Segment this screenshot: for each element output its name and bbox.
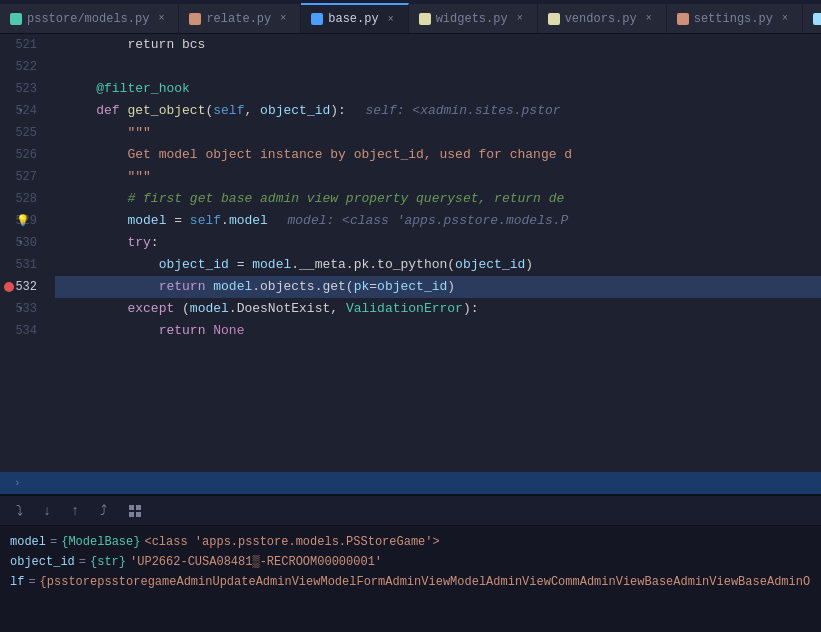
token: object_id — [260, 100, 330, 122]
gutter-line-530: ▾530 — [0, 232, 45, 254]
token: get_object — [127, 100, 205, 122]
tab-close-psstore-models[interactable]: × — [154, 12, 168, 26]
line-num-527: 527 — [15, 166, 37, 188]
token: , — [244, 100, 260, 122]
token: model: <class 'apps.psstore.models.P — [288, 210, 569, 232]
tab-relate[interactable]: relate.py× — [179, 3, 301, 33]
token: """ — [127, 122, 150, 144]
line-num-526: 526 — [15, 144, 37, 166]
lightbulb-icon-529[interactable]: 💡 — [16, 210, 30, 232]
gutter-line-531: 531 — [0, 254, 45, 276]
token — [65, 122, 127, 144]
token — [65, 166, 127, 188]
code-line-534: return None — [55, 320, 821, 342]
grid-view-button[interactable] — [124, 500, 146, 522]
token: model — [213, 276, 252, 298]
bottom-toolbar: ⤵ ↓ ↑ ⤴ — [0, 496, 821, 526]
token: . — [221, 210, 229, 232]
tab-vendors[interactable]: vendors.py× — [538, 3, 667, 33]
token — [65, 254, 159, 276]
token: = — [369, 276, 377, 298]
token: ValidationError — [346, 298, 463, 320]
token — [65, 100, 96, 122]
code-area: return bcs @filter_hook def get_object(s… — [55, 34, 821, 472]
tab-close-settings[interactable]: × — [778, 12, 792, 26]
editor-container: 521522523▾524525526527528💡529▾530531532▾… — [0, 34, 821, 632]
psstore-models-icon — [10, 13, 22, 25]
line-num-525: 525 — [15, 122, 37, 144]
fold-arrow-524[interactable]: ▾ — [18, 100, 23, 122]
token: try — [127, 232, 150, 254]
gutter-line-527: 527 — [0, 166, 45, 188]
step-over-button[interactable]: ↓ — [36, 500, 58, 522]
token: .DoesNotExist, — [229, 298, 346, 320]
gutter-line-524: ▾524 — [0, 100, 45, 122]
tab-close-widgets[interactable]: × — [513, 12, 527, 26]
tab-label-widgets: widgets.py — [436, 12, 508, 26]
code-line-528: # first get base admin view property que… — [55, 188, 821, 210]
base-icon — [311, 13, 323, 25]
gutter-line-528: 528 — [0, 188, 45, 210]
tab-base[interactable]: base.py× — [301, 3, 408, 33]
breakpoint-indicator-532[interactable] — [4, 282, 14, 292]
line-num-528: 528 — [15, 188, 37, 210]
token: None — [213, 320, 244, 342]
breadcrumb-separator: › — [14, 477, 21, 489]
token: # first get base admin view property que… — [127, 188, 564, 210]
token — [65, 78, 96, 100]
tab-bar: psstore/models.py×relate.py×base.py×widg… — [0, 0, 821, 34]
token — [65, 144, 127, 166]
settings-icon — [677, 13, 689, 25]
token: model — [127, 210, 166, 232]
token: """ — [127, 166, 150, 188]
tab-widgets[interactable]: widgets.py× — [409, 3, 538, 33]
tab-requirements[interactable]: requirements.txt× — [803, 3, 821, 33]
tab-psstore-models[interactable]: psstore/models.py× — [0, 3, 179, 33]
token: ( — [205, 100, 213, 122]
debug-var-lf: lf = {psstorepsstoregameAdminUpdateAdmin… — [10, 572, 811, 592]
debug-variables-panel: model = {ModelBase} <class 'apps.psstore… — [0, 526, 821, 632]
token — [65, 320, 159, 342]
tab-settings[interactable]: settings.py× — [667, 3, 803, 33]
token: ) — [447, 276, 455, 298]
vendors-icon — [548, 13, 560, 25]
code-line-533: except (model.DoesNotExist, ValidationEr… — [55, 298, 821, 320]
token: ): — [463, 298, 479, 320]
token: : — [151, 232, 159, 254]
step-into-button[interactable]: ⤵ — [8, 500, 30, 522]
tab-close-vendors[interactable]: × — [642, 12, 656, 26]
token — [65, 188, 127, 210]
token — [268, 210, 284, 232]
var-name-lf: lf — [10, 575, 24, 589]
token: @filter_hook — [96, 78, 190, 100]
svg-rect-0 — [129, 505, 134, 510]
widgets-icon — [419, 13, 431, 25]
code-line-526: Get model object instance by object_id, … — [55, 144, 821, 166]
step-out-button[interactable]: ↑ — [64, 500, 86, 522]
token: return bcs — [65, 34, 205, 56]
token: def — [96, 100, 127, 122]
token: object_id — [455, 254, 525, 276]
tab-close-relate[interactable]: × — [276, 12, 290, 26]
token — [65, 210, 127, 232]
token: return — [159, 276, 214, 298]
line-num-532: 532 — [15, 276, 37, 298]
token: = — [166, 210, 189, 232]
continue-button[interactable]: ⤴ — [92, 500, 114, 522]
tab-label-vendors: vendors.py — [565, 12, 637, 26]
fold-arrow-530[interactable]: ▾ — [18, 232, 23, 254]
token: self — [190, 210, 221, 232]
gutter-line-523: 523 — [0, 78, 45, 100]
token — [65, 298, 127, 320]
tab-close-base[interactable]: × — [384, 12, 398, 26]
line-num-531: 531 — [15, 254, 37, 276]
line-num-522: 522 — [15, 56, 37, 78]
code-lines: return bcs @filter_hook def get_object(s… — [55, 34, 821, 342]
token: object_id — [159, 254, 229, 276]
var-name-objectid: object_id — [10, 555, 75, 569]
fold-arrow-533[interactable]: ▾ — [18, 298, 23, 320]
line-num-521: 521 — [15, 34, 37, 56]
editor-body: 521522523▾524525526527528💡529▾530531532▾… — [0, 34, 821, 472]
token: ( — [182, 298, 190, 320]
var-type-model: {ModelBase} — [61, 535, 140, 549]
